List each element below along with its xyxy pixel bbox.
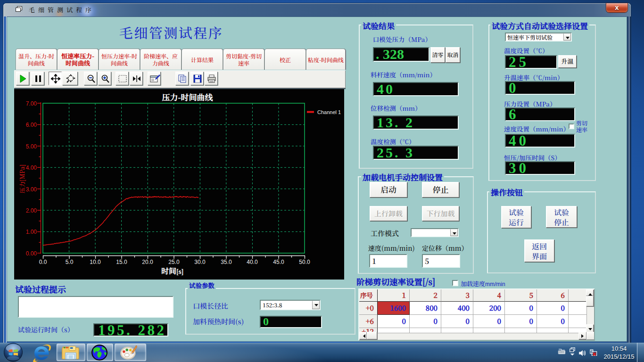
svg-text:Channel 1: Channel 1 [317, 109, 341, 115]
